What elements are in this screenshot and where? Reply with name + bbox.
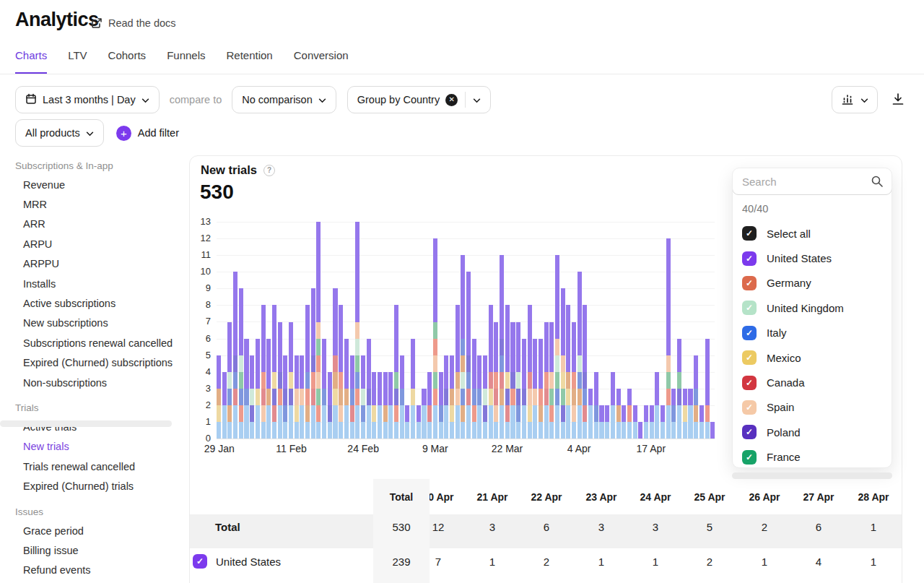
comparison-button[interactable]: No comparison [232, 86, 336, 113]
sidebar-item-active-subscriptions[interactable]: Active subscriptions [0, 293, 177, 313]
chart-bar-day-73[interactable] [622, 405, 626, 439]
chart-bar-day-29[interactable] [378, 372, 382, 439]
sidebar-item-grace-period[interactable]: Grace period [0, 521, 177, 540]
chart-type-button[interactable] [832, 86, 878, 113]
sidebar-scrollbar[interactable] [0, 420, 172, 427]
country-row-spain[interactable]: ✓Spain [742, 395, 892, 420]
chart-bar-day-81[interactable] [666, 238, 671, 439]
chart-bar-day-64[interactable] [572, 322, 576, 439]
chart-bar-day-30[interactable] [383, 372, 388, 439]
chart-bar-day-12[interactable] [283, 355, 287, 439]
chart-bar-day-63[interactable] [566, 305, 570, 439]
chart-bar-day-70[interactable] [605, 405, 609, 439]
chart-bar-day-25[interactable] [355, 222, 359, 439]
chart-bar-day-19[interactable] [322, 339, 326, 439]
sidebar-item-refund-events[interactable]: Refund events [0, 561, 177, 580]
chart-bar-day-28[interactable] [372, 372, 376, 439]
chart-bar-day-11[interactable] [278, 322, 282, 439]
chart-bar-day-65[interactable] [578, 272, 582, 439]
sidebar-item-subscriptions-renewal-cancelled[interactable]: Subscriptions renewal cancelled [0, 333, 177, 353]
country-row-canada[interactable]: ✓Canada [742, 370, 892, 394]
tab-retention[interactable]: Retention [227, 49, 273, 74]
chart-bar-day-0[interactable] [217, 355, 221, 439]
download-button[interactable] [889, 92, 907, 108]
chart-bar-day-55[interactable] [522, 339, 526, 439]
chevron-down-icon[interactable] [473, 94, 481, 105]
chart-bar-day-39[interactable] [433, 238, 437, 439]
chart-bar-day-85[interactable] [688, 389, 692, 439]
chart-bar-day-52[interactable] [505, 305, 510, 439]
sidebar-item-mrr[interactable]: MRR [0, 194, 177, 214]
help-icon[interactable]: ? [263, 165, 275, 176]
chart-bar-day-46[interactable] [472, 339, 476, 439]
checkbox[interactable]: ✓ [742, 350, 757, 365]
chart-bar-day-54[interactable] [516, 322, 520, 439]
chart-bar-day-24[interactable] [350, 355, 354, 439]
add-filter-button[interactable]: + Add filter [116, 126, 179, 141]
chart-bar-day-38[interactable] [427, 372, 432, 439]
chart-bar-day-16[interactable] [305, 305, 310, 439]
chart-bar-day-56[interactable] [528, 305, 532, 439]
chart-bar-day-14[interactable] [295, 355, 299, 439]
chart-bar-day-77[interactable] [644, 405, 648, 439]
chart-bar-day-34[interactable] [405, 405, 409, 439]
chart-bar-day-49[interactable] [489, 305, 493, 439]
sidebar-item-arpu[interactable]: ARPU [0, 234, 177, 254]
sidebar-item-billing-issue[interactable]: Billing issue [0, 540, 177, 560]
chart-bar-day-37[interactable] [422, 389, 426, 439]
checkbox[interactable]: ✓ [742, 226, 757, 241]
chart-bar-day-8[interactable] [261, 305, 266, 439]
chart-bar-day-15[interactable] [300, 355, 304, 439]
chart-bar-day-71[interactable] [611, 372, 615, 439]
tab-charts[interactable]: Charts [15, 49, 47, 74]
country-row-mexico[interactable]: ✓Mexico [742, 345, 892, 370]
chart-bar-day-74[interactable] [627, 389, 632, 439]
group-by-button[interactable]: Group by Country ✕ [347, 86, 491, 113]
chart-bar-day-6[interactable] [250, 355, 254, 439]
chart-bar-day-50[interactable] [494, 322, 498, 439]
chart-bar-day-68[interactable] [594, 372, 598, 439]
chart-bar-day-72[interactable] [616, 389, 621, 439]
chart-bar-day-5[interactable] [244, 339, 248, 439]
table-horizontal-scrollbar[interactable] [732, 472, 892, 479]
products-filter-button[interactable]: All products [15, 119, 104, 147]
country-row-poland[interactable]: ✓Poland [742, 420, 892, 444]
tab-cohorts[interactable]: Cohorts [108, 49, 147, 74]
chart-bar-day-44[interactable] [461, 255, 465, 439]
chart-bar-day-83[interactable] [677, 339, 681, 439]
chart-bar-day-79[interactable] [655, 372, 659, 439]
chart-bar-day-36[interactable] [417, 405, 421, 439]
checkbox[interactable]: ✓ [742, 326, 757, 340]
chart-bar-day-60[interactable] [549, 322, 554, 439]
sidebar-item-expired-churned-subscriptions[interactable]: Expired (Churned) subscriptions [0, 353, 177, 373]
tab-ltv[interactable]: LTV [68, 49, 87, 74]
chart-bar-day-2[interactable] [227, 322, 232, 439]
checkbox[interactable]: ✓ [742, 425, 757, 439]
checkbox[interactable]: ✓ [742, 400, 757, 415]
chart-bar-day-3[interactable] [233, 272, 237, 439]
chart-bar-day-33[interactable] [400, 355, 404, 439]
chart-bar-day-4[interactable] [239, 288, 243, 439]
sidebar-item-expired-churned-trials[interactable]: Expired (Churned) trials [0, 476, 177, 496]
chart-bar-day-45[interactable] [466, 272, 471, 439]
sidebar-item-non-subscriptions[interactable]: Non-subscriptions [0, 373, 177, 392]
chart-bar-day-22[interactable] [339, 305, 343, 439]
chart-bar-day-75[interactable] [633, 405, 637, 439]
sidebar-item-new-trials[interactable]: New trials [0, 437, 177, 457]
chart-bar-day-43[interactable] [456, 305, 460, 439]
chart-bar-day-17[interactable] [311, 288, 315, 439]
checkbox[interactable]: ✓ [742, 251, 757, 266]
chart-bar-day-51[interactable] [500, 255, 504, 439]
chart-bar-day-18[interactable] [316, 222, 321, 439]
tab-funnels[interactable]: Funnels [167, 49, 205, 74]
chart-bar-day-80[interactable] [661, 405, 665, 439]
chart-bar-day-69[interactable] [599, 405, 603, 439]
date-range-button[interactable]: Last 3 months | Day [15, 86, 160, 113]
chart-bar-day-78[interactable] [650, 405, 654, 439]
chart-bar-day-59[interactable] [544, 322, 549, 439]
country-row-united-kingdom[interactable]: ✓United Kingdom [742, 295, 892, 320]
chart-bar-day-40[interactable] [439, 372, 443, 439]
search-input[interactable] [732, 168, 892, 195]
chart-bar-day-88[interactable] [705, 339, 710, 439]
chart-bar-day-62[interactable] [561, 288, 565, 439]
